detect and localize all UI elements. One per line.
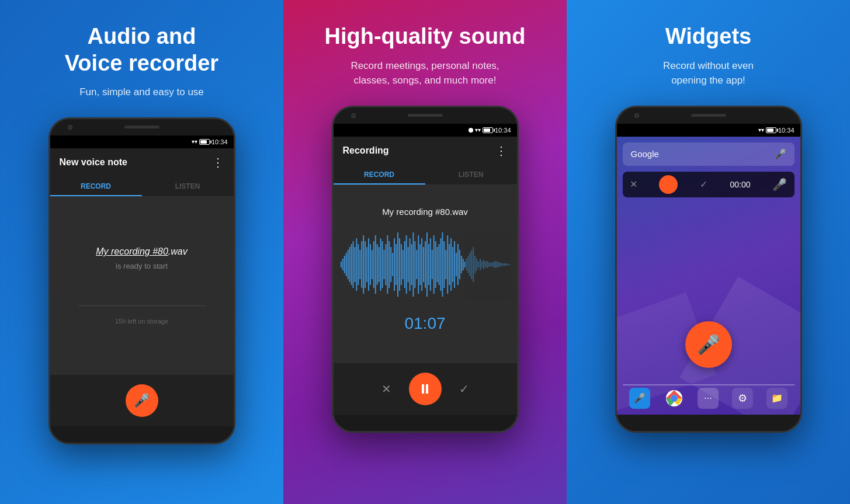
widget-big-record-btn[interactable]: 🎤 — [685, 321, 732, 368]
svg-rect-60 — [443, 241, 445, 288]
svg-rect-25 — [383, 250, 384, 279]
recording-name-1: My recording #80.wav — [96, 246, 188, 257]
tab-record-2[interactable]: RECORD — [334, 165, 425, 185]
svg-rect-38 — [405, 235, 407, 294]
status-icons-1: ▾▾ 10:34 — [192, 138, 228, 145]
dock-icon-chrome[interactable] — [664, 388, 685, 409]
svg-rect-69 — [459, 250, 460, 279]
svg-rect-21 — [376, 244, 377, 285]
svg-rect-47 — [421, 238, 422, 291]
svg-rect-9 — [356, 238, 357, 291]
time-2: 10:34 — [495, 127, 511, 134]
more-options-2[interactable]: ⋮ — [495, 144, 508, 158]
svg-rect-18 — [371, 250, 372, 279]
widget-timer: 00:00 — [730, 180, 750, 189]
svg-rect-53 — [431, 250, 432, 279]
tab-record-1[interactable]: RECORD — [50, 176, 142, 196]
svg-rect-7 — [352, 241, 353, 288]
svg-rect-14 — [365, 241, 366, 288]
svg-rect-8 — [354, 247, 355, 282]
svg-rect-6 — [351, 244, 352, 285]
widget-check-icon[interactable]: ✓ — [700, 179, 707, 190]
record-button-1[interactable]: 🎤 — [126, 384, 158, 417]
widget-mic-icon[interactable]: 🎤 — [772, 178, 787, 192]
svg-rect-0 — [340, 262, 341, 267]
dock-icon-mic[interactable]: 🎤 — [629, 388, 650, 409]
phone-top-bar-3 — [617, 107, 800, 124]
battery-icon-2 — [483, 127, 493, 133]
svg-rect-10 — [358, 244, 359, 285]
bottom-controls-2: ✕ ✓ — [334, 363, 517, 415]
more-options-1[interactable]: ⋮ — [212, 155, 224, 169]
svg-rect-55 — [435, 241, 436, 288]
bottom-controls-1: 🎤 — [50, 375, 234, 426]
status-icons-2: ▾▾ 10:34 — [469, 127, 511, 134]
svg-rect-35 — [400, 244, 401, 285]
svg-rect-3 — [345, 253, 346, 276]
svg-rect-36 — [402, 250, 403, 279]
widget-big-mic-icon: 🎤 — [697, 333, 720, 356]
screen-content-2: My recording #80.wav — [334, 185, 517, 363]
google-mic-icon[interactable]: 🎤 — [775, 148, 786, 159]
phone-mockup-1: ▾▾ 10:34 New voice note ⋮ RECORD LISTEN … — [48, 117, 235, 444]
screen-content-1: My recording #80.wav is ready to start 1… — [50, 197, 234, 375]
widget-recorder-bar[interactable]: ✕ ✓ 00:00 🎤 — [623, 172, 795, 197]
phone-speaker-3 — [691, 114, 726, 117]
svg-rect-45 — [418, 235, 419, 294]
wifi-status-3: ▾▾ — [758, 127, 764, 133]
svg-rect-54 — [433, 235, 434, 294]
dock-icons: 🎤 ⋯ ⚙ — [623, 388, 795, 409]
svg-rect-31 — [394, 238, 395, 291]
phone-bottom-bar-3 — [617, 415, 800, 431]
status-icons-3: ▾▾ 10:34 — [758, 127, 795, 134]
svg-rect-17 — [369, 244, 370, 285]
storage-text-1: 15h left on storage — [115, 318, 168, 325]
chrome-icon — [665, 390, 683, 407]
battery-icon-1 — [199, 139, 210, 145]
waveform-svg-2 — [339, 230, 511, 300]
svg-rect-41 — [411, 244, 412, 285]
svg-rect-59 — [442, 232, 443, 297]
dock-icon-files[interactable]: 📁 — [766, 388, 787, 409]
svg-rect-28 — [388, 241, 390, 288]
tabs-bar-2: RECORD LISTEN — [334, 165, 517, 185]
svg-rect-57 — [438, 244, 439, 285]
svg-rect-43 — [414, 241, 415, 288]
svg-rect-65 — [452, 247, 453, 282]
svg-rect-19 — [373, 241, 374, 288]
svg-rect-5 — [349, 247, 350, 282]
svg-rect-37 — [404, 241, 405, 288]
waveform-container-2 — [339, 230, 511, 300]
timer-2: 01:07 — [404, 314, 445, 333]
svg-rect-99 — [465, 230, 511, 300]
google-search-bar[interactable]: Google 🎤 — [623, 142, 795, 166]
dock-icon-apps[interactable]: ⋯ — [698, 388, 719, 409]
phone-screen-3: Google 🎤 ✕ ✓ 00:00 🎤 🎤 — [617, 137, 800, 415]
confirm-icon-2[interactable]: ✓ — [459, 382, 469, 396]
pause-icon-2 — [422, 384, 428, 394]
tab-listen-2[interactable]: LISTEN — [425, 165, 517, 185]
svg-rect-24 — [381, 241, 383, 288]
recording-name-underline-1: My recording #80 — [96, 246, 168, 256]
phone-top-bar-2 — [334, 107, 517, 124]
svg-rect-26 — [385, 244, 386, 285]
svg-rect-40 — [409, 238, 410, 291]
phone-camera-1 — [68, 125, 72, 130]
svg-rect-11 — [359, 250, 360, 279]
svg-rect-72 — [464, 262, 465, 267]
svg-rect-51 — [428, 244, 429, 285]
dock-icon-settings[interactable]: ⚙ — [732, 388, 753, 409]
widget-close-icon[interactable]: ✕ — [630, 179, 637, 190]
app-title-1: New voice note — [60, 157, 127, 168]
cancel-icon-2[interactable]: ✕ — [381, 382, 391, 396]
tab-listen-1[interactable]: LISTEN — [142, 176, 234, 196]
app-header-2: Recording ⋮ — [334, 137, 517, 165]
pause-button-2[interactable] — [409, 373, 442, 405]
svg-rect-52 — [429, 238, 431, 291]
widget-record-dot[interactable] — [659, 175, 678, 194]
svg-rect-20 — [374, 235, 376, 294]
phone-camera-2 — [351, 113, 356, 118]
svg-rect-23 — [380, 238, 381, 291]
phone-speaker-2 — [408, 114, 443, 117]
svg-rect-48 — [423, 247, 424, 282]
